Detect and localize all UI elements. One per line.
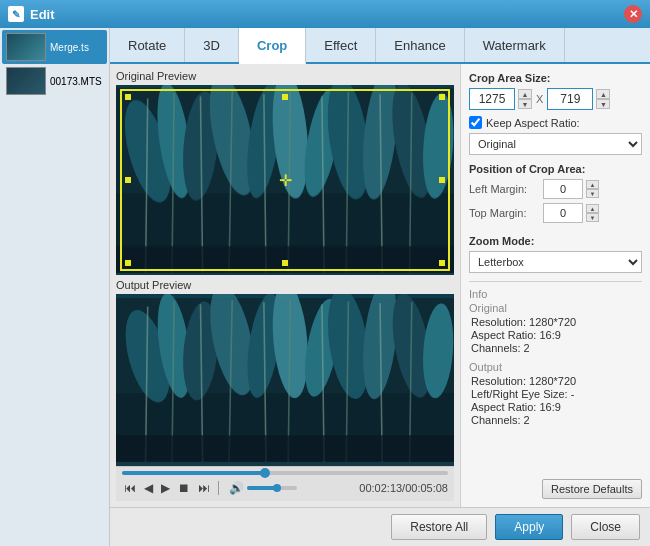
width-spin-down[interactable]: ▼ [518,99,532,109]
skip-back-button[interactable]: ⏮ [122,479,138,497]
info-output-aspect: Aspect Ratio: 16:9 [469,401,642,413]
height-spinner: ▲ ▼ [596,89,610,109]
tab-effect[interactable]: Effect [306,28,376,62]
title-bar: ✎ Edit ✕ [0,0,650,28]
file-item-merge[interactable]: Merge.ts [2,30,107,64]
zoom-mode-select[interactable]: Letterbox Pan & Scan Full [469,251,642,273]
svg-rect-23 [116,246,454,272]
main-container: Merge.ts 00173.MTS Rotate 3D Crop Effect [0,28,650,546]
controls-row: ⏮ ◀ ▶ ⏹ ⏭ 🔊 00:02:13/0 [122,479,448,497]
file-thumb-merge [6,33,46,61]
content-area: Original Preview [110,64,650,507]
top-margin-label: Top Margin: [469,207,539,219]
play-back-button[interactable]: ◀ [142,479,155,497]
seek-thumb[interactable] [260,468,270,478]
info-section: Info Original Resolution: 1280*720 Aspec… [469,281,642,427]
info-output-eye-size: Left/Right Eye Size: - [469,388,642,400]
top-margin-spin-down[interactable]: ▼ [586,213,599,222]
file-name-mts: 00173.MTS [50,76,102,87]
info-original-resolution: Resolution: 1280*720 [469,316,642,328]
seek-fill [122,471,265,475]
volume-icon: 🔊 [229,481,244,495]
volume-thumb[interactable] [273,484,281,492]
output-video[interactable] [116,294,454,466]
tab-rotate[interactable]: Rotate [110,28,185,62]
crop-width-input[interactable] [469,88,515,110]
tab-watermark[interactable]: Watermark [465,28,565,62]
width-spin-up[interactable]: ▲ [518,89,532,99]
file-thumb-mts [6,67,46,95]
app-icon: ✎ [8,6,24,22]
left-margin-input[interactable] [543,179,583,199]
file-name-merge: Merge.ts [50,42,89,53]
crop-height-input[interactable] [547,88,593,110]
left-margin-spin-up[interactable]: ▲ [586,180,599,189]
window-title: Edit [30,7,624,22]
volume-area: 🔊 [229,481,297,495]
play-button[interactable]: ▶ [159,479,172,497]
original-video-svg [116,85,454,275]
info-original-channels: Channels: 2 [469,342,642,354]
seek-bar[interactable] [122,471,448,475]
crop-area-size-section: Crop Area Size: ▲ ▼ X ▲ ▼ [469,72,642,155]
controls-divider [218,481,219,495]
left-margin-spin-down[interactable]: ▼ [586,189,599,198]
zoom-mode-label: Zoom Mode: [469,235,642,247]
crop-area-size-label: Crop Area Size: [469,72,642,84]
right-area: Rotate 3D Crop Effect Enhance Watermark [110,28,650,546]
seek-bar-container[interactable] [122,471,448,475]
bottom-bar: Restore All Apply Close [110,507,650,546]
original-preview-label: Original Preview [116,70,454,82]
top-margin-input[interactable] [543,203,583,223]
close-button[interactable]: Close [571,514,640,540]
keep-aspect-label[interactable]: Keep Aspect Ratio: [486,117,580,129]
tab-3d[interactable]: 3D [185,28,239,62]
right-panel: Crop Area Size: ▲ ▼ X ▲ ▼ [460,64,650,507]
file-panel: Merge.ts 00173.MTS [0,28,110,546]
file-item-mts[interactable]: 00173.MTS [2,64,107,98]
restore-all-button[interactable]: Restore All [391,514,487,540]
size-x-separator: X [536,93,543,105]
original-video[interactable]: ✛ [116,85,454,275]
original-preview-section: Original Preview [116,70,454,275]
info-output-title: Output [469,361,642,373]
close-window-button[interactable]: ✕ [624,5,642,23]
height-spin-down[interactable]: ▼ [596,99,610,109]
aspect-ratio-select[interactable]: Original 16:9 4:3 1:1 [469,133,642,155]
time-display: 00:02:13/00:05:08 [359,482,448,494]
zoom-mode-section: Zoom Mode: Letterbox Pan & Scan Full [469,235,642,273]
restore-defaults-button[interactable]: Restore Defaults [542,479,642,499]
left-margin-label: Left Margin: [469,183,539,195]
info-section-title: Info [469,288,642,300]
playback-area: ⏮ ◀ ▶ ⏹ ⏭ 🔊 00:02:13/0 [116,466,454,501]
output-preview-section: Output Preview [116,279,454,466]
top-margin-row: Top Margin: ▲ ▼ [469,203,642,223]
height-spin-up[interactable]: ▲ [596,89,610,99]
tabs-bar: Rotate 3D Crop Effect Enhance Watermark [110,28,650,64]
preview-area: Original Preview [110,64,460,507]
info-output-channels: Channels: 2 [469,414,642,426]
position-label: Position of Crop Area: [469,163,642,175]
left-margin-row: Left Margin: ▲ ▼ [469,179,642,199]
position-section: Position of Crop Area: Left Margin: ▲ ▼ … [469,163,642,227]
output-video-content [116,294,454,466]
top-margin-spinner: ▲ ▼ [586,204,599,222]
top-margin-spin-up[interactable]: ▲ [586,204,599,213]
output-preview-label: Output Preview [116,279,454,291]
keep-aspect-checkbox[interactable] [469,116,482,129]
info-original-title: Original [469,302,642,314]
skip-forward-button[interactable]: ⏭ [196,479,212,497]
output-video-svg [116,294,454,466]
tab-crop[interactable]: Crop [239,28,306,64]
stop-button[interactable]: ⏹ [176,479,192,497]
crop-area-size-controls: ▲ ▼ X ▲ ▼ [469,88,642,110]
volume-bar[interactable] [247,486,297,490]
left-margin-spinner: ▲ ▼ [586,180,599,198]
width-spinner: ▲ ▼ [518,89,532,109]
apply-button[interactable]: Apply [495,514,563,540]
original-video-content: ✛ [116,85,454,275]
info-output-resolution: Resolution: 1280*720 [469,375,642,387]
keep-aspect-row: Keep Aspect Ratio: [469,116,642,129]
tab-enhance[interactable]: Enhance [376,28,464,62]
info-original-aspect: Aspect Ratio: 16:9 [469,329,642,341]
